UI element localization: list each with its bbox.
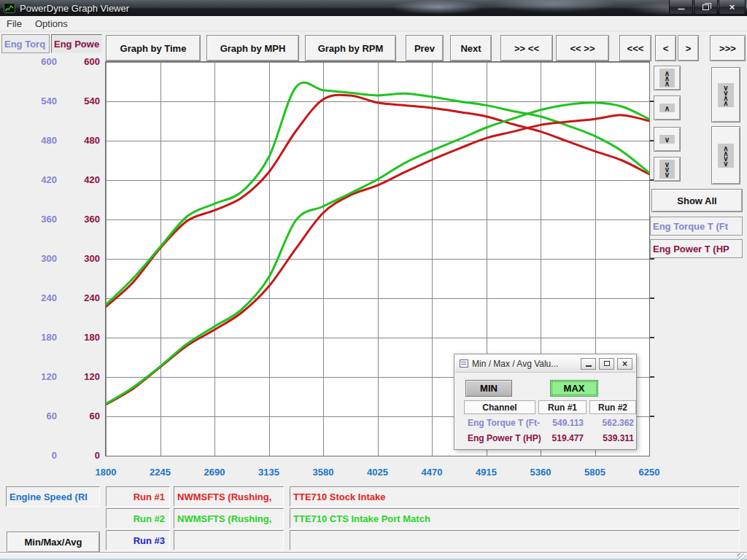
power-axis-tick: 120 <box>71 371 100 383</box>
run2-file-text: NWMSFTS (Rushing, <box>177 513 271 524</box>
restore-button[interactable] <box>694 0 718 15</box>
minimize-button[interactable] <box>669 0 693 15</box>
minmax-row-value: 562.362 <box>589 417 634 429</box>
power-axis-tick: 420 <box>71 174 100 186</box>
close-icon: × <box>622 359 627 368</box>
rpm-axis-tick: 4915 <box>471 467 503 478</box>
rpm-axis-tick: 1800 <box>90 467 122 478</box>
minmax-maximize-button[interactable] <box>599 358 614 370</box>
graph-by-rpm-button[interactable]: Graph by RPM <box>305 35 396 61</box>
torque-axis-tick: 180 <box>28 332 57 343</box>
graph-by-time-button[interactable]: Graph by Time <box>106 35 201 61</box>
run3-description-field[interactable] <box>290 530 740 551</box>
power-axis-toggle[interactable]: Eng Powe <box>51 34 102 53</box>
power-axis-tick: 180 <box>71 332 100 343</box>
power-axis-tick: 60 <box>71 411 100 422</box>
title-bar[interactable]: PowerDyne Graph Viewer × <box>0 0 747 16</box>
run1-label: Run #1 <box>133 491 165 502</box>
rpm-axis-tick: 6250 <box>633 467 665 478</box>
torque-axis-tick: 600 <box>28 56 57 68</box>
axis-tick-mark <box>650 298 654 299</box>
power-axis-tick: 540 <box>71 96 100 107</box>
torque-channel-label: Eng Torque T (Ft <box>653 221 728 232</box>
chevrons-inward-icon: ∨ ∨ ∧ ∧ <box>718 83 733 107</box>
y-scroll-up-button[interactable]: ∧ <box>654 96 681 120</box>
minmax-row-value: 539.311 <box>589 432 634 445</box>
show-all-button[interactable]: Show All <box>651 189 743 212</box>
min-mode-button[interactable]: MIN <box>465 380 512 397</box>
column-header-run2: Run #2 <box>589 400 636 414</box>
minmax-window-titlebar[interactable]: Min / Max / Avg Valu... × <box>455 355 635 373</box>
chevron-triple-up-icon: ∧ ∧ ∧ <box>659 69 675 88</box>
torque-axis-tick: 480 <box>28 135 57 147</box>
torque-axis-tick: 240 <box>28 292 57 304</box>
torque-axis-tick: 120 <box>28 371 57 383</box>
x-channel-label: Engine Speed (RI <box>9 491 88 502</box>
torque-axis-tick: 420 <box>28 174 57 186</box>
x-channel-selector[interactable]: Engine Speed (RI <box>6 486 100 507</box>
axis-tick-mark <box>650 416 654 417</box>
run2-description-field[interactable]: TTE710 CTS Intake Port Match <box>290 508 740 529</box>
run2-file-field[interactable]: NWMSFTS (Rushing, <box>174 508 284 529</box>
resize-grip-icon[interactable] <box>738 553 746 560</box>
zoom-out-x-button[interactable]: << >> <box>556 35 609 61</box>
scroll-right-button[interactable]: > <box>678 35 699 61</box>
minmax-row-value: 549.113 <box>538 417 584 429</box>
max-mode-button[interactable]: MAX <box>550 380 598 397</box>
minmax-row-channel: Eng Torque T (Ft- <box>468 417 548 429</box>
axis-tick-mark <box>650 376 654 378</box>
run2-description-text: TTE710 CTS Intake Port Match <box>293 513 430 524</box>
minmax-close-button[interactable]: × <box>617 358 632 370</box>
scroll-far-right-button[interactable]: >>> <box>710 35 746 61</box>
rpm-axis-tick: 3580 <box>307 467 339 478</box>
rpm-axis-tick: 2245 <box>144 467 177 478</box>
y-scroll-down-button[interactable]: ∨ <box>654 127 681 152</box>
y-scroll-down-fast-button[interactable]: ∨ ∨ ∨ <box>654 157 681 182</box>
y-scroll-up-fast-button[interactable]: ∧ ∧ ∧ <box>654 66 681 90</box>
run3-file-field[interactable] <box>174 530 284 551</box>
chevron-triple-down-icon: ∨ ∨ ∨ <box>659 160 675 179</box>
minmax-window-title: Min / Max / Avg Valu... <box>472 359 581 369</box>
torque-axis-toggle[interactable]: Eng Torq <box>1 34 50 53</box>
y-scale-expand-button[interactable]: ∧ ∧ ∨ ∨ <box>711 126 740 184</box>
run3-label-box: Run #3 <box>106 530 170 551</box>
run3-label: Run #3 <box>133 535 165 546</box>
column-header-run1: Run #1 <box>538 400 587 414</box>
run1-description-text: TTE710 Stock Intake <box>293 491 385 502</box>
menu-file[interactable]: File <box>0 18 28 29</box>
torque-channel-box[interactable]: Eng Torque T (Ft <box>650 217 743 236</box>
prev-button[interactable]: Prev <box>406 35 444 61</box>
restore-icon <box>703 4 709 10</box>
power-axis-toggle-label: Eng Powe <box>54 39 99 50</box>
minmax-avg-window: Min / Max / Avg Valu... × MIN MAX Channe… <box>454 354 637 450</box>
minmax-avg-button[interactable]: Min/Max/Avg <box>7 532 100 553</box>
next-button[interactable]: Next <box>450 35 492 61</box>
maximize-icon <box>604 361 610 366</box>
minimize-icon <box>678 8 685 10</box>
zoom-in-x-button[interactable]: >> << <box>500 35 553 61</box>
minmax-row-value: 519.477 <box>538 432 584 445</box>
run2-label: Run #2 <box>133 513 165 524</box>
run2-label-box: Run #2 <box>106 508 170 529</box>
run1-file-field[interactable]: NWMSFTS (Rushing, <box>174 486 284 507</box>
menu-options[interactable]: Options <box>28 18 74 29</box>
close-icon: × <box>729 2 735 12</box>
close-button[interactable]: × <box>719 0 746 15</box>
scroll-left-button[interactable]: < <box>655 35 676 61</box>
minmax-row-channel: Eng Power T (HP) <box>468 432 548 445</box>
run1-description-field[interactable]: TTE710 Stock Intake <box>290 486 740 507</box>
rpm-axis-tick: 3135 <box>253 467 285 478</box>
power-axis-tick: 300 <box>71 253 100 265</box>
graph-by-mph-button[interactable]: Graph by MPH <box>206 35 299 61</box>
chevron-down-icon: ∨ <box>659 135 675 144</box>
torque-axis-tick: 360 <box>28 214 57 225</box>
power-channel-box[interactable]: Eng Power T (HP <box>650 239 743 258</box>
minmax-minimize-button[interactable] <box>581 358 596 370</box>
power-axis-tick: 360 <box>71 214 100 225</box>
axis-tick-mark <box>650 258 654 260</box>
power-channel-label: Eng Power T (HP <box>653 244 729 254</box>
scroll-far-left-button[interactable]: <<< <box>619 35 651 61</box>
rpm-axis-tick: 4025 <box>362 467 394 478</box>
chevrons-outward-icon: ∧ ∧ ∨ ∨ <box>718 144 733 168</box>
y-scale-compress-button[interactable]: ∨ ∨ ∧ ∧ <box>711 67 740 122</box>
